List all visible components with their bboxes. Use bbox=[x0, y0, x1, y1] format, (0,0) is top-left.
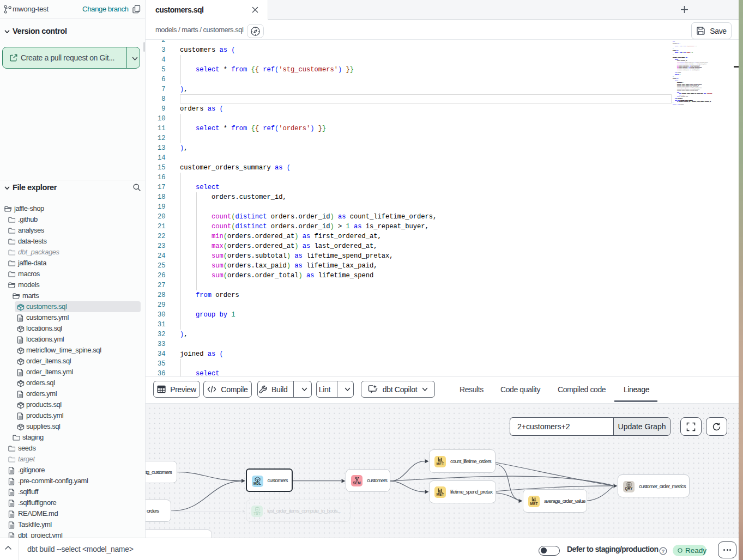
svg-text:?: ? bbox=[662, 549, 665, 554]
